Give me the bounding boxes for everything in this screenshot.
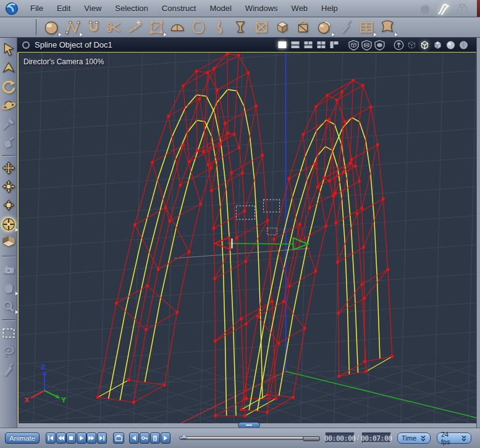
slider-thumb[interactable] xyxy=(181,434,187,438)
block-tool[interactable] xyxy=(274,19,290,35)
scissors-tool[interactable] xyxy=(106,19,122,35)
rotate-tool[interactable] xyxy=(1,79,16,94)
horizontal-scrollbar[interactable] xyxy=(17,423,476,428)
lasso-tool[interactable] xyxy=(1,344,16,359)
magnet-tool[interactable] xyxy=(85,19,101,35)
pane-single-icon[interactable] xyxy=(277,40,288,51)
add-point-tool[interactable] xyxy=(127,19,143,35)
sweep-tool[interactable] xyxy=(211,19,227,35)
paint3d-tool[interactable] xyxy=(1,135,16,150)
time-mode-dropdown[interactable]: Time xyxy=(397,433,431,444)
sidebar-divider xyxy=(2,319,15,320)
tool-sidebar xyxy=(0,38,17,428)
spline-tool[interactable] xyxy=(64,19,80,35)
fast-forward-button[interactable] xyxy=(86,433,96,444)
next-key-button[interactable] xyxy=(161,433,171,444)
window-right-frame xyxy=(476,38,480,428)
hand-room-icon[interactable] xyxy=(417,1,433,16)
pan-tool[interactable] xyxy=(1,281,16,295)
shield-wireframe-icon[interactable] xyxy=(348,40,360,51)
skip-end-button[interactable] xyxy=(97,433,107,444)
move-ball-tool[interactable] xyxy=(1,180,16,195)
menu-model[interactable]: Model xyxy=(203,0,238,17)
lathe-tool[interactable] xyxy=(190,19,206,35)
svg-text:Z: Z xyxy=(41,363,46,371)
add-key-button[interactable] xyxy=(140,433,149,444)
viewport-controls xyxy=(276,40,476,51)
current-time-field[interactable]: 00:00:00 xyxy=(326,433,355,443)
app-logo-icon[interactable] xyxy=(5,2,19,15)
menu-selection[interactable]: Selection xyxy=(108,0,154,17)
previous-key-button[interactable] xyxy=(129,433,139,444)
grid-tool[interactable] xyxy=(358,19,374,35)
deform-tool[interactable] xyxy=(379,19,395,35)
delete-key-button[interactable] xyxy=(150,433,160,444)
pane-four-icon[interactable] xyxy=(316,40,327,51)
pane-two-icon[interactable] xyxy=(290,40,301,51)
camera-label: Director's Camera 100% xyxy=(23,57,104,66)
gouraud-mode-icon[interactable] xyxy=(445,40,457,51)
move-tool[interactable] xyxy=(1,161,16,176)
eyedropper-tool[interactable] xyxy=(1,116,16,131)
flat-mode-icon[interactable] xyxy=(432,40,444,51)
frame-rate-dropdown[interactable]: 24 fps xyxy=(437,433,471,444)
flyout-arrow-icon xyxy=(164,33,167,36)
toolbar-tools xyxy=(41,19,398,35)
select-tool[interactable] xyxy=(1,42,16,57)
room-corner-tool[interactable] xyxy=(1,235,16,250)
stop-button[interactable] xyxy=(66,433,76,444)
extra-room-icon[interactable] xyxy=(454,1,470,16)
transform-tool[interactable] xyxy=(148,19,164,35)
sphere-tool[interactable] xyxy=(43,19,59,35)
menu-items: FileEditViewSelectionConstructModelWindo… xyxy=(23,0,345,17)
skip-start-button[interactable] xyxy=(46,433,56,444)
rewind-button[interactable] xyxy=(56,433,66,444)
preview-button[interactable] xyxy=(113,433,124,444)
toolbar xyxy=(0,17,480,38)
flip-tool[interactable] xyxy=(295,19,311,35)
rotate-ball-tool[interactable] xyxy=(1,198,16,213)
menu-edit[interactable]: Edit xyxy=(50,0,77,17)
flyout-arrow-icon xyxy=(15,310,18,314)
goblet-tool[interactable] xyxy=(232,19,248,35)
pen-tool[interactable] xyxy=(1,363,16,378)
texture-mode-icon[interactable] xyxy=(458,40,469,51)
animate-button[interactable]: Animate xyxy=(5,433,40,444)
menu-bar: FileEditViewSelectionConstructModelWindo… xyxy=(0,0,480,17)
menu-file[interactable]: File xyxy=(23,0,50,17)
timeline-slider[interactable] xyxy=(179,436,320,440)
sidebar-divider xyxy=(2,256,15,256)
play-button[interactable] xyxy=(77,433,86,444)
pane-three-icon[interactable] xyxy=(303,40,314,51)
delete-face-tool[interactable] xyxy=(253,19,269,35)
wireframe-mode-icon[interactable] xyxy=(419,40,431,51)
pane-corner-icon[interactable] xyxy=(329,40,340,51)
menu-construct[interactable]: Construct xyxy=(155,0,203,17)
total-time-field[interactable]: 00:07:00 xyxy=(362,433,391,443)
viewport-3d[interactable]: ZXY Director's Camera 100% xyxy=(18,52,477,424)
ring-tool[interactable] xyxy=(1,98,16,112)
universal-manipulator-tool[interactable] xyxy=(1,217,16,232)
windowshade-button[interactable] xyxy=(22,41,30,49)
shield-shaded-icon[interactable] xyxy=(374,40,385,51)
shield-facet-icon[interactable] xyxy=(361,40,373,51)
axis-mode-icon[interactable] xyxy=(393,40,405,51)
current-room-icon[interactable] xyxy=(436,1,452,16)
menu-view[interactable]: View xyxy=(77,0,108,17)
scene-svg[interactable]: ZXY xyxy=(19,53,476,423)
menu-windows[interactable]: Windows xyxy=(238,0,285,17)
flyout-arrow-icon xyxy=(15,228,18,232)
paint-tool[interactable] xyxy=(337,19,353,35)
menu-help[interactable]: Help xyxy=(314,0,345,17)
sphere-modifier-tool[interactable] xyxy=(316,19,332,35)
dome-tool[interactable] xyxy=(169,19,185,35)
zoom-tool[interactable] xyxy=(1,299,16,314)
animation-bar: Animate 00:00:00 / 00:07:00 Time 24 fps xyxy=(0,428,480,448)
toolbar-divider xyxy=(36,19,36,35)
menu-web[interactable]: Web xyxy=(285,0,315,17)
bbox-mode-icon[interactable] xyxy=(406,40,418,51)
marquee-tool[interactable] xyxy=(1,326,16,340)
camera-tool[interactable] xyxy=(1,262,16,277)
dart-tool[interactable] xyxy=(1,61,16,75)
slider-cap xyxy=(303,436,320,441)
